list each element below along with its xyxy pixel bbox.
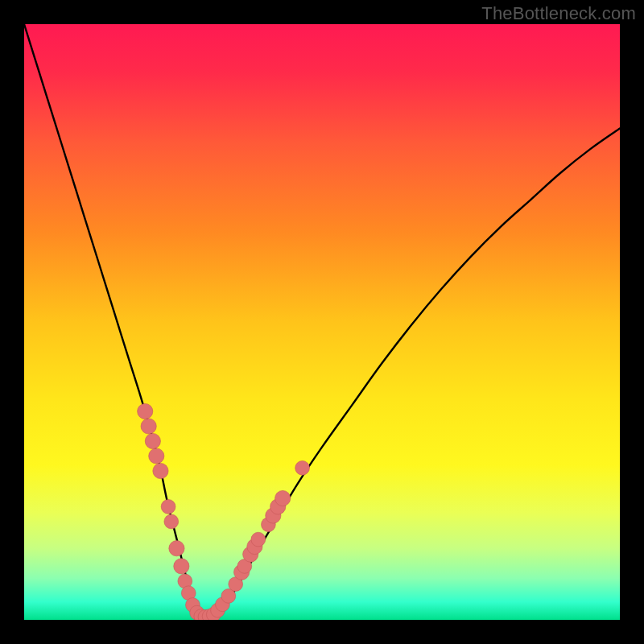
data-marker [161, 500, 175, 514]
data-marker [141, 419, 156, 434]
data-marker [164, 514, 179, 529]
bottleneck-curve [24, 24, 620, 617]
chart-frame: TheBottleneck.com [0, 0, 644, 644]
plot-area [24, 24, 620, 620]
data-markers [138, 403, 310, 620]
data-marker [174, 559, 189, 574]
data-marker [275, 490, 291, 506]
data-marker [295, 460, 310, 475]
data-marker [149, 448, 164, 464]
data-marker [169, 541, 184, 556]
data-marker [145, 433, 160, 448]
curve-layer [24, 24, 620, 620]
data-marker [251, 532, 266, 547]
data-marker [138, 403, 153, 419]
data-marker [153, 463, 168, 478]
watermark-text: TheBottleneck.com [481, 3, 636, 24]
